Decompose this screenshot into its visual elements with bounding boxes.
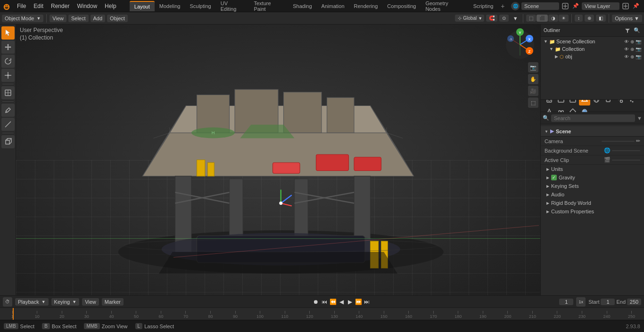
- timeline-ruler[interactable]: 1 10 20 30 40 50 60 70 80 90 100 110 120…: [0, 308, 644, 320]
- background-scene-field[interactable]: [612, 150, 640, 151]
- overlays-toggle[interactable]: ⊕: [585, 15, 594, 22]
- scene-collection-item[interactable]: ▼ 📁 Scene Collection 👁 ⊕ 📷: [541, 38, 644, 45]
- move-tool-btn[interactable]: [1, 40, 15, 54]
- particles-props-btn[interactable]: [626, 100, 637, 105]
- obj-vis-icon[interactable]: 👁: [624, 54, 629, 59]
- gizmo-toggle[interactable]: ↕: [575, 15, 583, 22]
- object-mode-dropdown[interactable]: Object Mode ▼: [2, 15, 43, 22]
- file-menu[interactable]: File: [13, 0, 30, 12]
- tab-modeling[interactable]: Modeling: [155, 1, 185, 11]
- annotate-tool-btn[interactable]: [1, 104, 15, 117]
- rendered-shading-btn[interactable]: ☀: [559, 15, 569, 22]
- view-layer-pin-btn[interactable]: 📌: [632, 2, 640, 10]
- timeline-view-menu[interactable]: View: [82, 298, 99, 306]
- tab-uv-editing[interactable]: UV Editing: [216, 1, 249, 11]
- view-layer-props-btn[interactable]: [567, 100, 578, 105]
- tab-animation[interactable]: Animation: [317, 1, 349, 11]
- search-dropdown-icon[interactable]: ▼: [637, 115, 642, 121]
- camera-icon-btn[interactable]: 🎥: [528, 86, 538, 96]
- tab-rendering[interactable]: Rendering: [349, 1, 383, 11]
- next-frame-btn[interactable]: ⏩: [355, 298, 362, 306]
- snap-toggle[interactable]: 🧲: [486, 15, 497, 22]
- tab-scripting[interactable]: Scripting: [469, 1, 498, 11]
- playback-speed-btn[interactable]: 1x: [576, 297, 586, 307]
- tab-sculpting[interactable]: Sculpting: [185, 1, 215, 11]
- solid-shading-btn[interactable]: ⬛: [537, 15, 548, 22]
- render-menu[interactable]: Render: [47, 0, 73, 12]
- options-btn[interactable]: Options ▼: [612, 15, 642, 22]
- units-section[interactable]: Units: [541, 165, 644, 173]
- timeline-type-icon[interactable]: ⏱: [3, 297, 12, 307]
- prev-frame-btn[interactable]: ⏪: [329, 298, 337, 306]
- rigid-body-world-section[interactable]: Rigid Body World: [541, 199, 644, 207]
- tab-compositing[interactable]: Compositing: [382, 1, 421, 11]
- modifier-props-btn[interactable]: [614, 100, 626, 105]
- tab-geometry-nodes[interactable]: Geometry Nodes: [421, 1, 468, 11]
- scene-dropdown[interactable]: Scene: [521, 2, 559, 10]
- tab-layout[interactable]: Layout: [130, 1, 155, 11]
- marker-menu[interactable]: Marker: [102, 298, 124, 306]
- col-vis-icon[interactable]: 👁: [624, 47, 629, 52]
- view-menu-btn[interactable]: View: [50, 15, 66, 22]
- select-menu-btn[interactable]: Select: [68, 15, 89, 22]
- tab-shading[interactable]: Shading: [288, 1, 316, 11]
- select-icon-outliner[interactable]: ⊕: [630, 39, 634, 44]
- viewport-area[interactable]: User Perspective (1) Collection: [16, 24, 540, 295]
- outliner-search-btn[interactable]: 🔍: [633, 26, 641, 35]
- navigation-gizmo[interactable]: X -X Y Z: [504, 28, 537, 61]
- current-frame-field[interactable]: 1: [559, 299, 573, 305]
- keying-sets-section[interactable]: Keying Sets: [541, 182, 644, 190]
- obj-render-icon[interactable]: 📷: [636, 54, 641, 59]
- world-props-btn[interactable]: [591, 100, 602, 105]
- active-clip-field[interactable]: [612, 160, 640, 161]
- transform-tool-btn[interactable]: [1, 86, 15, 99]
- scene-new-btn[interactable]: [561, 2, 570, 10]
- output-props-btn[interactable]: [555, 100, 567, 105]
- tab-texture-paint[interactable]: Texture Paint: [249, 1, 288, 11]
- obj-select-icon[interactable]: ⊕: [630, 54, 634, 59]
- help-menu[interactable]: Help: [101, 0, 120, 12]
- scene-section-header[interactable]: ▶ Scene: [541, 126, 644, 137]
- gravity-section[interactable]: ✓ Gravity: [541, 173, 644, 182]
- col-render-icon[interactable]: 📷: [636, 47, 641, 52]
- wireframe-shading-btn[interactable]: ⬚: [526, 15, 536, 22]
- add-menu-btn[interactable]: Add: [91, 15, 106, 22]
- end-frame-field[interactable]: 250: [627, 299, 641, 305]
- object-menu-btn[interactable]: Object: [107, 15, 128, 22]
- visibility-icon[interactable]: 👁: [624, 39, 629, 44]
- scale-tool-btn[interactable]: [1, 69, 15, 82]
- measure-tool-btn[interactable]: [1, 118, 15, 131]
- edit-menu[interactable]: Edit: [30, 0, 47, 12]
- obj-item[interactable]: ▶ ⬡ obj 👁 ⊕ 📷: [541, 53, 644, 60]
- add-workspace-button[interactable]: +: [498, 1, 507, 11]
- start-frame-field[interactable]: 1: [601, 299, 615, 305]
- record-btn[interactable]: ⏺: [312, 298, 320, 306]
- camera-view-btn[interactable]: 📷: [528, 62, 538, 73]
- props-search-input[interactable]: [551, 114, 635, 122]
- scene-pin-btn[interactable]: 📌: [571, 2, 580, 10]
- render-region-btn[interactable]: ⬚: [528, 97, 538, 108]
- view-layer-dropdown[interactable]: View Layer: [582, 2, 619, 10]
- render-props-btn[interactable]: [544, 100, 555, 105]
- custom-props-section[interactable]: Custom Properties: [541, 207, 644, 216]
- play-btn[interactable]: ▶: [346, 298, 354, 306]
- object-props-btn[interactable]: [603, 100, 614, 105]
- xray-toggle[interactable]: ◧: [596, 15, 606, 22]
- viewport-canvas[interactable]: User Perspective (1) Collection: [16, 24, 540, 295]
- camera-field[interactable]: [602, 141, 635, 142]
- outliner-filter-btn[interactable]: [623, 26, 632, 35]
- add-cube-tool-btn[interactable]: [1, 135, 15, 148]
- material-shading-btn[interactable]: ◑: [548, 15, 558, 22]
- camera-edit-icon[interactable]: ✏: [636, 138, 640, 144]
- jump-start-btn[interactable]: ⏮: [321, 298, 328, 306]
- collection-item[interactable]: ▼ 📁 Collection 👁 ⊕ 📷: [541, 45, 644, 53]
- audio-section[interactable]: Audio: [541, 190, 644, 199]
- pan-view-btn[interactable]: ✋: [528, 74, 538, 84]
- jump-end-btn[interactable]: ⏭: [363, 298, 371, 306]
- scene-props-btn[interactable]: [579, 100, 590, 105]
- playback-menu[interactable]: Playback ▼: [15, 298, 49, 306]
- proportional-falloff[interactable]: ▼: [511, 14, 520, 23]
- view-layer-new-btn[interactable]: [621, 2, 630, 10]
- transform-orientation-dropdown[interactable]: ⊹ Global ▼: [455, 15, 484, 22]
- gravity-checkbox[interactable]: ✓: [551, 175, 557, 180]
